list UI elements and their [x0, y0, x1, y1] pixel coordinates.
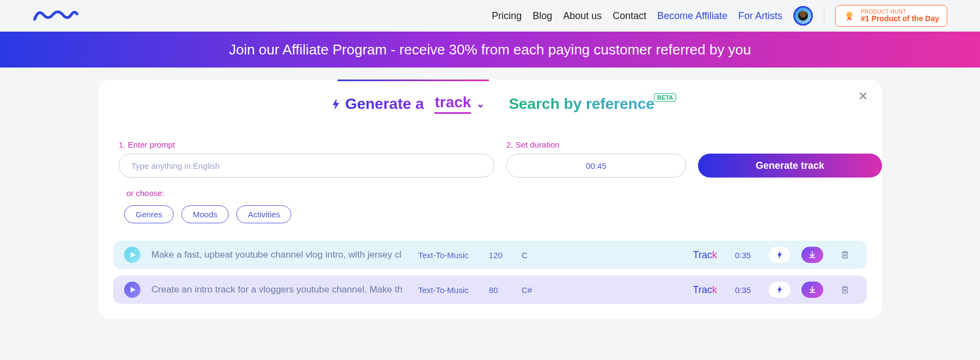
header: Pricing Blog About us Contact Become Aff…: [0, 0, 980, 32]
tab-active-indicator: [338, 80, 489, 81]
nav: Pricing Blog About us Contact Become Aff…: [492, 5, 947, 27]
tab-generate-prefix: Generate a: [345, 95, 424, 113]
track-type: Text-To-Music: [418, 251, 478, 260]
play-button[interactable]: [124, 247, 140, 263]
field-duration: 2. Set duration 00:45: [506, 140, 686, 178]
chip-activities[interactable]: Activities: [236, 205, 291, 223]
chip-genres[interactable]: Genres: [124, 205, 174, 223]
tab-search[interactable]: Search by reference BETA: [509, 83, 654, 123]
form-row: 1. Enter prompt 2. Set duration 00:45 Ge…: [113, 140, 867, 178]
play-icon: [130, 286, 136, 293]
track-row: Create an intro track for a vloggers you…: [113, 276, 867, 304]
logo[interactable]: [33, 7, 79, 25]
tab-search-label: Search by reference: [509, 95, 654, 112]
track-key: C: [522, 251, 543, 260]
track-type: Text-To-Music: [418, 285, 478, 295]
nav-affiliate[interactable]: Become Affiliate: [657, 10, 727, 22]
delete-button[interactable]: [834, 282, 856, 298]
lightning-icon: [775, 251, 784, 259]
or-choose-label: or choose:: [126, 188, 867, 198]
main-card: ✕ Generate a track ⌄ Search by reference…: [98, 80, 882, 319]
download-icon: [808, 285, 817, 294]
download-button[interactable]: [801, 247, 823, 263]
track-bpm: 120: [489, 251, 511, 260]
nav-contact[interactable]: Contact: [612, 10, 646, 22]
generate-button[interactable]: Generate track: [698, 154, 882, 178]
nav-about[interactable]: About us: [563, 10, 602, 22]
track-prompt: Create an intro track for a vloggers you…: [151, 284, 407, 295]
tabs: Generate a track ⌄ Search by reference B…: [113, 80, 867, 124]
duration-input[interactable]: 00:45: [506, 154, 686, 178]
product-hunt-badge[interactable]: PRODUCT HUNT #1 Product of the Day: [835, 5, 947, 27]
track-time: 0:35: [728, 251, 758, 260]
chevron-down-icon[interactable]: ⌄: [476, 98, 485, 110]
prompt-label: 1. Enter prompt: [119, 140, 494, 149]
tab-generate-word: track: [434, 94, 471, 114]
avatar[interactable]: [793, 6, 813, 26]
track-row: Make a fast, upbeat youtube channel vlog…: [113, 241, 867, 269]
track-time: 0:35: [728, 285, 758, 295]
track-bpm: 80: [489, 285, 511, 295]
regenerate-button[interactable]: [769, 282, 791, 298]
chip-moods[interactable]: Moods: [181, 205, 229, 223]
lightning-icon: [775, 285, 784, 294]
tab-generate[interactable]: Generate a track ⌄: [326, 82, 489, 124]
trash-icon: [840, 250, 850, 260]
ph-bottom-text: #1 Product of the Day: [861, 15, 939, 23]
track-label: Track: [693, 249, 717, 261]
medal-icon: [843, 10, 855, 22]
duration-label: 2. Set duration: [506, 140, 686, 149]
download-button[interactable]: [801, 282, 823, 298]
nav-pricing[interactable]: Pricing: [492, 10, 522, 22]
trash-icon: [840, 285, 850, 295]
affiliate-banner[interactable]: Join our Affiliate Program - receive 30%…: [0, 32, 980, 68]
nav-artists[interactable]: For Artists: [738, 10, 782, 22]
track-list: Make a fast, upbeat youtube channel vlog…: [113, 241, 867, 304]
regenerate-button[interactable]: [769, 247, 791, 263]
track-prompt: Make a fast, upbeat youtube channel vlog…: [151, 249, 407, 260]
field-prompt: 1. Enter prompt: [119, 140, 494, 178]
svg-point-0: [847, 12, 853, 18]
beta-badge: BETA: [654, 93, 676, 102]
track-label: Track: [693, 284, 717, 296]
play-button[interactable]: [124, 282, 140, 298]
nav-blog[interactable]: Blog: [532, 10, 552, 22]
track-key: C#: [522, 285, 543, 295]
nav-separator: [824, 8, 824, 23]
prompt-input[interactable]: [119, 154, 494, 178]
chips: Genres Moods Activities: [113, 205, 867, 223]
delete-button[interactable]: [834, 247, 856, 263]
lightning-icon: [330, 98, 342, 110]
download-icon: [808, 251, 817, 259]
play-icon: [130, 252, 136, 258]
